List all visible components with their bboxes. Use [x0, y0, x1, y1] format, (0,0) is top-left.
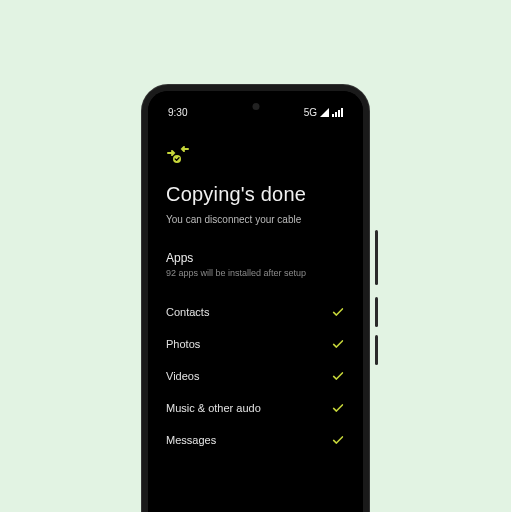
check-icon [331, 369, 345, 383]
check-icon [331, 433, 345, 447]
status-right: 5G [304, 107, 343, 118]
page-title: Copying's done [166, 183, 345, 206]
list-item[interactable]: Music & other audo [166, 392, 345, 424]
signal-icon [320, 108, 329, 117]
list-item-label: Photos [166, 338, 200, 350]
list-item-label: Music & other audo [166, 402, 261, 414]
phone-frame: 9:30 5G [142, 85, 369, 512]
page-subtitle: You can disconnect your cable [166, 214, 345, 225]
content-area: Copying's done You can disconnect your c… [162, 121, 349, 456]
status-time: 9:30 [168, 107, 187, 118]
transfer-list: Contacts Photos Videos [166, 296, 345, 456]
check-icon [331, 337, 345, 351]
volume-down-button [375, 335, 378, 365]
list-item-label: Videos [166, 370, 199, 382]
power-button [375, 230, 378, 285]
list-item-label: Contacts [166, 306, 209, 318]
check-icon [331, 305, 345, 319]
status-network: 5G [304, 107, 317, 118]
check-icon [331, 401, 345, 415]
list-item[interactable]: Messages [166, 424, 345, 456]
list-item[interactable]: Contacts [166, 296, 345, 328]
volume-up-button [375, 297, 378, 327]
list-item[interactable]: Photos [166, 328, 345, 360]
cellular-bars-icon [332, 108, 343, 117]
list-item-label: Messages [166, 434, 216, 446]
list-item[interactable]: Videos [166, 360, 345, 392]
transfer-complete-icon [166, 143, 190, 167]
screen: 9:30 5G [148, 91, 363, 512]
front-camera [252, 103, 259, 110]
apps-section-title[interactable]: Apps [166, 251, 345, 265]
apps-section-detail: 92 apps will be installed after setup [166, 268, 345, 278]
